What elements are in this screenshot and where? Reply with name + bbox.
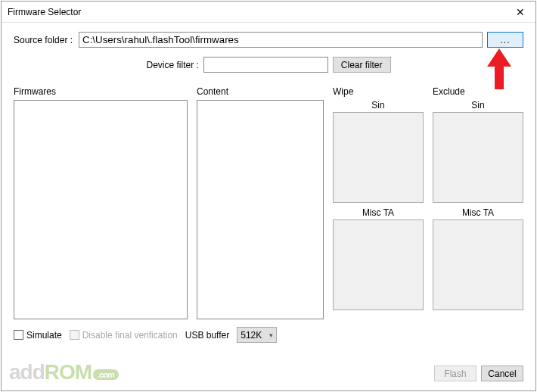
usb-buffer-select[interactable]: 512K ▾ <box>237 327 277 343</box>
chevron-down-icon: ▾ <box>269 331 273 339</box>
window-body: Source folder : ... Device filter : Clea… <box>2 23 535 350</box>
disable-verification-label: Disable final verification <box>82 330 178 341</box>
simulate-checkbox[interactable]: Simulate <box>14 330 62 341</box>
wipe-column: Wipe Sin Misc TA <box>333 86 424 319</box>
panels: Firmwares Content Wipe Sin Misc TA Exclu… <box>14 86 523 319</box>
firmwares-column: Firmwares <box>14 86 188 319</box>
wipe-miscta-label: Misc TA <box>333 207 424 219</box>
wipe-miscta-box[interactable] <box>333 219 424 310</box>
bottom-options-row: Simulate Disable final verification USB … <box>14 327 523 343</box>
clear-filter-button[interactable]: Clear filter <box>333 57 391 73</box>
watermark-add: add <box>9 360 45 384</box>
checkbox-icon <box>14 330 23 340</box>
cancel-button-label: Cancel <box>488 369 516 379</box>
usb-buffer-label: USB buffer <box>185 330 229 341</box>
footer-buttons: Flash Cancel <box>434 366 523 381</box>
close-icon: ✕ <box>516 6 525 18</box>
exclude-miscta-label: Misc TA <box>433 207 523 219</box>
titlebar: Firmware Selector ✕ <box>2 2 535 23</box>
browse-button-label: ... <box>500 35 510 45</box>
simulate-label: Simulate <box>26 330 62 341</box>
firmwares-listbox[interactable] <box>14 100 188 319</box>
wipe-sin-label: Sin <box>333 100 424 112</box>
device-filter-input[interactable] <box>203 57 328 73</box>
exclude-miscta-box[interactable] <box>433 219 523 310</box>
disable-verification-checkbox: Disable final verification <box>70 330 178 341</box>
source-folder-row: Source folder : ... <box>14 32 523 48</box>
wipe-sin-box[interactable] <box>333 112 424 203</box>
exclude-sin-label: Sin <box>433 100 523 112</box>
content-header: Content <box>197 86 324 98</box>
window-title: Firmware Selector <box>8 7 505 17</box>
cancel-button[interactable]: Cancel <box>481 366 523 381</box>
content-listbox[interactable] <box>197 100 324 319</box>
firmware-selector-window: Firmware Selector ✕ Source folder : ... … <box>1 1 536 391</box>
device-filter-row: Device filter : Clear filter <box>14 57 523 73</box>
watermark: addROM.com <box>9 360 119 384</box>
flash-button-label: Flash <box>444 369 466 379</box>
checkbox-icon <box>70 330 79 340</box>
watermark-dotcom: .com <box>93 369 119 380</box>
browse-button[interactable]: ... <box>487 32 523 48</box>
content-column: Content <box>197 86 324 319</box>
exclude-header: Exclude <box>433 86 523 98</box>
wipe-header: Wipe <box>333 86 424 98</box>
firmwares-header: Firmwares <box>14 86 188 98</box>
clear-filter-label: Clear filter <box>341 60 383 70</box>
usb-buffer-value: 512K <box>241 330 262 341</box>
right-columns: Wipe Sin Misc TA Exclude Sin Misc TA <box>333 86 523 319</box>
device-filter-label: Device filter : <box>146 60 198 70</box>
source-folder-label: Source folder : <box>14 35 74 45</box>
watermark-rom: ROM <box>45 360 92 384</box>
close-button[interactable]: ✕ <box>505 2 535 23</box>
source-folder-input[interactable] <box>79 32 483 48</box>
exclude-sin-box[interactable] <box>433 112 523 203</box>
exclude-column: Exclude Sin Misc TA <box>433 86 523 319</box>
flash-button[interactable]: Flash <box>434 366 476 381</box>
